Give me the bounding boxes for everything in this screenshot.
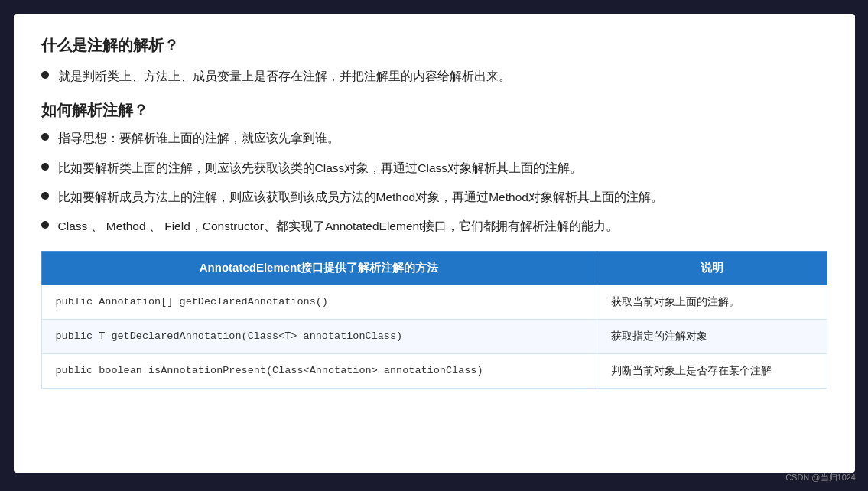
watermark: CSDN @当归1024: [785, 472, 856, 483]
section1-bullet-1: 就是判断类上、方法上、成员变量上是否存在注解，并把注解里的内容给解析出来。: [41, 67, 827, 86]
bullet-dot: [41, 221, 49, 229]
section1-title: 什么是注解的解析？: [41, 35, 827, 56]
section2-bullet-3: 比如要解析成员方法上的注解，则应该获取到该成员方法的Method对象，再通过Me…: [41, 187, 827, 207]
section2-title: 如何解析注解？: [41, 100, 827, 121]
annotation-methods-table: AnnotatedElement接口提供了解析注解的方法 说明 public A…: [41, 251, 827, 389]
table-header-desc: 说明: [597, 251, 827, 285]
table-cell-method-1: public Annotation[] getDeclaredAnnotatio…: [41, 285, 597, 319]
section2-bullet-4: Class 、 Method 、 Field，Constructor、都实现了A…: [41, 216, 827, 236]
table-row: public boolean isAnnotationPresent(Class…: [41, 353, 827, 388]
table-row: public T getDeclaredAnnotation(Class<T> …: [41, 319, 827, 353]
table-cell-method-3: public boolean isAnnotationPresent(Class…: [41, 353, 597, 388]
section2-bullet-2: 比如要解析类上面的注解，则应该先获取该类的Class对象，再通过Class对象解…: [41, 158, 827, 178]
table-cell-method-2: public T getDeclaredAnnotation(Class<T> …: [41, 319, 597, 353]
bullet-dot: [41, 133, 49, 141]
table-cell-desc-3: 判断当前对象上是否存在某个注解: [597, 353, 827, 388]
section2-bullet-1: 指导思想：要解析谁上面的注解，就应该先拿到谁。: [41, 128, 827, 148]
table-row: public Annotation[] getDeclaredAnnotatio…: [41, 285, 827, 319]
bullet-dot: [41, 71, 49, 79]
table-cell-desc-2: 获取指定的注解对象: [597, 319, 827, 353]
table-header-method: AnnotatedElement接口提供了解析注解的方法: [41, 251, 597, 285]
bullet-dot: [41, 192, 49, 200]
bullet-dot: [41, 163, 49, 171]
table-cell-desc-1: 获取当前对象上面的注解。: [597, 285, 827, 319]
